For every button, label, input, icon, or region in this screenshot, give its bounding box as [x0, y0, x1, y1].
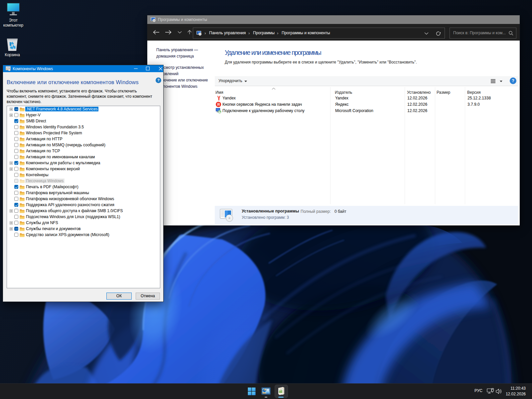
svg-text:Я: Я: [217, 102, 220, 106]
